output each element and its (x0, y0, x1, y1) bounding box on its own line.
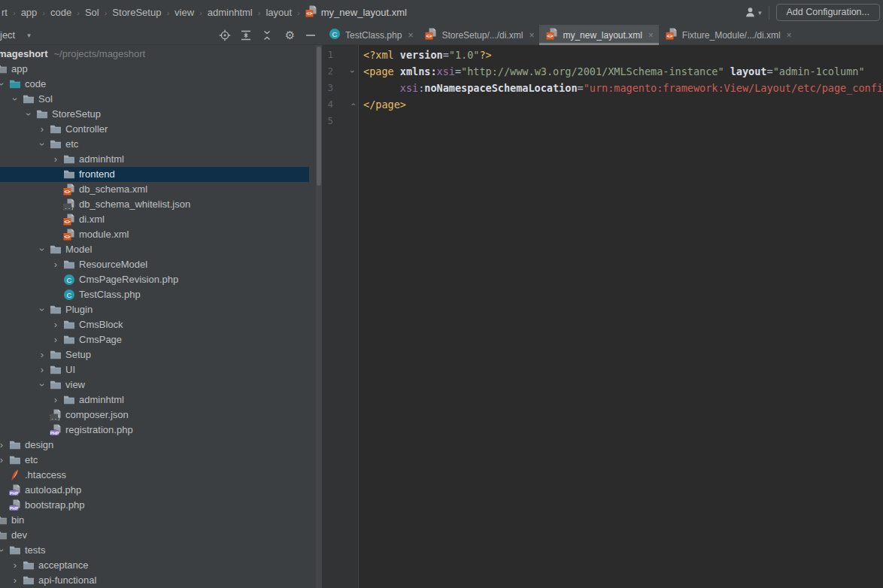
hide-panel-icon[interactable] (304, 29, 317, 41)
tree-item-etc[interactable]: ›etc (0, 137, 309, 152)
chevron-expanded-icon[interactable]: › (8, 94, 23, 105)
tree-item-adminhtml[interactable]: ›adminhtml (0, 152, 309, 167)
tree-item-model[interactable]: ›Model (0, 242, 309, 257)
breadcrumb-current-file[interactable]: <>my_new_layout.xml (305, 5, 407, 20)
project-tree-scrollbar[interactable] (316, 45, 322, 588)
tree-item-bootstrap-php[interactable]: PHPbootstrap.php (0, 498, 309, 513)
tree-item-bin[interactable]: bin (0, 513, 309, 528)
chevron-expanded-icon[interactable]: › (35, 305, 50, 315)
chevron-expanded-icon[interactable]: › (35, 139, 50, 150)
svg-text:PHP: PHP (10, 506, 19, 511)
chevron-collapsed-icon[interactable]: › (37, 347, 47, 362)
tab-close-icon[interactable]: × (787, 30, 792, 41)
chevron-expanded-icon[interactable]: › (21, 109, 36, 120)
tree-item-ui[interactable]: ›UI (0, 362, 309, 377)
tree-item-cmspage[interactable]: ›CmsPage (0, 332, 309, 347)
chevron-collapsed-icon[interactable]: › (50, 152, 61, 167)
tree-item-app[interactable]: ›app (0, 62, 309, 77)
breadcrumb-item-view[interactable]: view (174, 7, 194, 18)
chevron-collapsed-icon[interactable]: › (0, 438, 7, 453)
locate-icon[interactable] (218, 29, 231, 41)
tree-item-tests[interactable]: ›tests (0, 543, 309, 558)
tab-storesetup-di-xml[interactable]: <>StoreSetup/.../di.xml× (418, 25, 539, 45)
scrollbar-thumb[interactable] (317, 47, 321, 186)
chevron-collapsed-icon[interactable]: › (0, 453, 7, 468)
tree-item-resourcemodel[interactable]: ›ResourceModel (0, 257, 309, 272)
add-configuration-button[interactable]: Add Configuration... (776, 4, 881, 21)
tree-item-label: bin (11, 513, 24, 528)
tree-item-db-schema-xml[interactable]: <>db_schema.xml (0, 182, 309, 197)
tab-close-icon[interactable]: × (408, 30, 413, 41)
tree-item-label: composer.json (65, 408, 129, 423)
chevron-collapsed-icon[interactable]: › (10, 558, 20, 573)
toolbar-separator (769, 6, 769, 20)
chevron-expanded-icon[interactable]: › (0, 545, 9, 556)
tree-item-module-xml[interactable]: <>module.xml (0, 227, 309, 242)
tree-item-view[interactable]: ›view (0, 377, 309, 393)
fold-marker-icon[interactable]: › (344, 66, 361, 77)
tree-item-label: CmsBlock (79, 317, 123, 332)
chevron-collapsed-icon[interactable]: › (50, 317, 61, 332)
tree-item-frontend[interactable]: frontend (0, 167, 309, 182)
tree-item-di-xml[interactable]: <>di.xml (0, 212, 309, 227)
ide-window: rt›app›code›Sol›StoreSetup›view›adminhtm… (0, 0, 883, 588)
chevron-expanded-icon[interactable]: › (0, 79, 9, 89)
tree-item-dev[interactable]: ›dev (0, 528, 309, 543)
tree-item-sol[interactable]: ›Sol (0, 92, 309, 107)
php-file-icon: PHP (9, 484, 21, 496)
tree-item-controller[interactable]: ›Controller (0, 122, 309, 137)
chevron-expanded-icon[interactable]: › (35, 244, 50, 255)
project-panel-header: ject ▾ ⚙ (0, 25, 322, 45)
project-panel-title[interactable]: ject ▾ (0, 25, 31, 45)
chevron-collapsed-icon[interactable]: › (50, 332, 61, 347)
tree-item-code[interactable]: ›code (0, 77, 309, 92)
chevron-expanded-icon[interactable]: › (35, 380, 50, 390)
tab-fixture-module-di-xml[interactable]: <>Fixture_Module/.../di.xml× (659, 25, 797, 45)
chevron-collapsed-icon[interactable]: › (50, 393, 61, 408)
tree-item-storesetup[interactable]: ›StoreSetup (0, 107, 309, 122)
fold-marker-icon[interactable]: › (344, 99, 361, 110)
breadcrumb-item-app[interactable]: app (21, 7, 38, 18)
collapse-all-icon[interactable] (260, 29, 273, 41)
breadcrumb-item-storesetup[interactable]: StoreSetup (112, 7, 161, 18)
svg-text:{..}: {..} (50, 414, 61, 421)
folder-dim-icon (0, 63, 8, 75)
breadcrumb-item-adminhtml[interactable]: adminhtml (208, 7, 253, 18)
tree-item-label: Setup (65, 347, 91, 362)
tab-my-new-layout-xml[interactable]: <>my_new_layout.xml× (539, 25, 658, 45)
breadcrumb-item-code[interactable]: code (50, 7, 71, 18)
chevron-collapsed-icon[interactable]: › (10, 573, 20, 588)
tree-item-cmsblock[interactable]: ›CmsBlock (0, 317, 309, 332)
tree-item-etc[interactable]: ›etc (0, 453, 309, 468)
tree-item-mageshort[interactable]: ›mageshort~/projects/mageshort (0, 47, 309, 62)
tree-item-design[interactable]: ›design (0, 438, 309, 453)
tab-close-icon[interactable]: × (648, 30, 654, 41)
tab-close-icon[interactable]: × (529, 30, 534, 41)
chevron-collapsed-icon[interactable]: › (37, 122, 47, 137)
tab-testclass-php[interactable]: CTestClass.php× (322, 25, 418, 45)
tree-item-setup[interactable]: ›Setup (0, 347, 309, 362)
user-menu-button[interactable]: ▾ (744, 6, 762, 19)
tree-item-testclass-php[interactable]: CTestClass.php (0, 287, 309, 302)
tree-item-composer-json[interactable]: {..}composer.json (0, 408, 309, 423)
tree-item-registration-php[interactable]: PHPregistration.php (0, 423, 309, 438)
tree-item-htaccess[interactable]: .htaccess (0, 468, 309, 483)
tree-item-autoload-php[interactable]: PHPautoload.php (0, 483, 309, 498)
folder-icon (63, 153, 75, 165)
chevron-collapsed-icon[interactable]: › (50, 257, 61, 272)
breadcrumb-item-rt[interactable]: rt (2, 7, 8, 18)
settings-gear-icon[interactable]: ⚙ (284, 29, 296, 41)
tree-item-acceptance[interactable]: ›acceptance (0, 558, 309, 573)
tree-item-db-schema-whitelist-json[interactable]: {..}db_schema_whitelist.json (0, 197, 309, 212)
tree-item-plugin[interactable]: ›Plugin (0, 302, 309, 317)
tree-item-adminhtml[interactable]: ›adminhtml (0, 393, 309, 408)
code-line-2: <page xmlns:xsi="http://www.w3.org/2001/… (363, 63, 865, 80)
chevron-collapsed-icon[interactable]: › (37, 362, 47, 377)
dropdown-caret-icon: ▾ (758, 9, 762, 17)
editor-code-area[interactable]: <?xml version="1.0"?><page xmlns:xsi="ht… (359, 45, 883, 588)
expand-all-icon[interactable] (239, 29, 252, 41)
tree-item-api-functional[interactable]: ›api-functional (0, 573, 309, 588)
breadcrumb-item-layout[interactable]: layout (266, 7, 292, 18)
tree-item-cmspagerevision-php[interactable]: CCmsPageRevision.php (0, 272, 309, 287)
breadcrumb-item-sol[interactable]: Sol (85, 7, 99, 18)
